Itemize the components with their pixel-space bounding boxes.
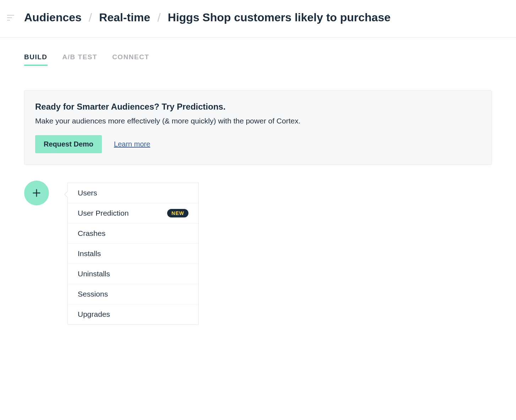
dropdown-item-label: Crashes xyxy=(78,229,105,238)
new-badge: NEW xyxy=(167,209,188,217)
breadcrumb-separator: / xyxy=(157,11,160,24)
dropdown-item-label: Upgrades xyxy=(78,310,110,319)
dropdown-item-user-prediction[interactable]: User Prediction NEW xyxy=(68,203,198,223)
learn-more-link[interactable]: Learn more xyxy=(114,140,150,148)
dropdown-item-label: Installs xyxy=(78,249,101,258)
promo-description: Make your audiences more effectively (& … xyxy=(35,117,481,125)
builder-row: Users User Prediction NEW Crashes Instal… xyxy=(24,181,492,325)
dropdown-item-crashes[interactable]: Crashes xyxy=(68,223,198,244)
tab-connect[interactable]: CONNECT xyxy=(112,53,149,66)
promo-title: Ready for Smarter Audiences? Try Predict… xyxy=(35,102,481,112)
promo-actions: Request Demo Learn more xyxy=(35,135,481,153)
breadcrumb-separator: / xyxy=(89,11,92,24)
dropdown-item-users[interactable]: Users xyxy=(68,183,198,203)
dropdown-item-installs[interactable]: Installs xyxy=(68,244,198,264)
header: Audiences / Real-time / Higgs Shop custo… xyxy=(0,0,516,38)
dropdown-item-label: Sessions xyxy=(78,290,108,298)
breadcrumb-realtime[interactable]: Real-time xyxy=(99,11,150,24)
breadcrumb-current: Higgs Shop customers likely to purchase xyxy=(168,11,391,24)
add-criteria-button[interactable] xyxy=(24,181,49,205)
dropdown-item-sessions[interactable]: Sessions xyxy=(68,284,198,304)
breadcrumb-audiences[interactable]: Audiences xyxy=(24,11,82,24)
breadcrumb: Audiences / Real-time / Higgs Shop custo… xyxy=(24,11,391,24)
dropdown-item-label: User Prediction xyxy=(78,209,129,217)
dropdown-item-upgrades[interactable]: Upgrades xyxy=(68,304,198,324)
menu-icon[interactable] xyxy=(7,15,14,21)
plus-icon xyxy=(32,188,42,198)
tabs: BUILD A/B TEST CONNECT xyxy=(24,53,492,66)
tab-abtest[interactable]: A/B TEST xyxy=(62,53,98,66)
criteria-dropdown: Users User Prediction NEW Crashes Instal… xyxy=(67,183,199,325)
dropdown-item-uninstalls[interactable]: Uninstalls xyxy=(68,264,198,284)
tab-build[interactable]: BUILD xyxy=(24,53,48,66)
request-demo-button[interactable]: Request Demo xyxy=(35,135,102,153)
dropdown-item-label: Users xyxy=(78,189,97,197)
dropdown-item-label: Uninstalls xyxy=(78,270,110,278)
promo-banner: Ready for Smarter Audiences? Try Predict… xyxy=(24,90,492,165)
content: BUILD A/B TEST CONNECT Ready for Smarter… xyxy=(0,38,516,325)
